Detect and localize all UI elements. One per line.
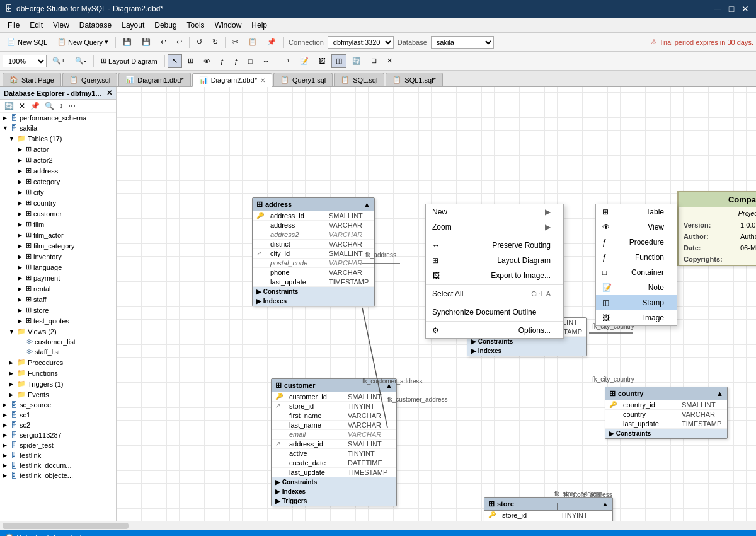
sidebar-item-sakila[interactable]: ▼ 🗄 sakila [0,123,116,133]
table-row[interactable]: 🔑 address_id SMALLINT [253,211,374,221]
sidebar-item-sc1[interactable]: ▶ 🗄 sc1 [0,410,116,420]
menu-item-sync-outline[interactable]: Synchronize Document Outline [426,305,563,320]
menu-window[interactable]: Window [210,20,247,31]
menu-tools[interactable]: Tools [182,20,210,31]
sidebar-pin-btn[interactable]: 📌 [28,101,42,111]
table-address[interactable]: ⊞ address ▲ 🔑 address_id SMALLINT addres… [252,197,375,306]
zoom-in-btn[interactable]: 🔍+ [48,54,69,68]
table-row[interactable]: ↗ city_id SMALLINT [253,249,374,259]
table-indexes-section[interactable]: ▶ Indexes [467,346,586,356]
tab-diagram1[interactable]: 📊 Diagram1.dbd* [118,73,190,86]
sidebar-sort-btn[interactable]: ↕ [57,101,65,111]
sidebar-item-sc-source[interactable]: ▶ 🗄 sc_source [0,400,116,410]
sidebar-item-testlink-docum[interactable]: ▶ 🗄 testlink_docum... [0,460,116,470]
grid-btn[interactable]: ⊟ [367,54,381,68]
tab-sql[interactable]: 📋 SQL.sql [334,73,384,86]
error-list-tab[interactable]: ⚠ Error List [45,533,82,537]
sidebar-item-store[interactable]: ▶ ⊞ store [0,305,116,315]
zoom-select[interactable]: 100% 75% 50% 150% [3,55,47,67]
table-row[interactable]: last_update TIMESTAMP [253,277,374,287]
sidebar-item-testlink[interactable]: ▶ 🗄 testlink [0,450,116,460]
diagram-canvas[interactable]: fk_address fk_city_country fk_customer_a… [117,87,756,521]
sidebar-item-sergio[interactable]: ▶ 🗄 sergio113287 [0,430,116,440]
sidebar-item-triggers[interactable]: ▶ 📁 Triggers (1) [0,378,116,389]
table-tool-btn[interactable]: ⊞ [183,54,198,68]
close-btn[interactable]: ✕ [740,3,751,15]
menu-item-preserve-routing[interactable]: ↔ Preserve Routing [426,238,563,253]
sidebar-item-procedures[interactable]: ▶ 📁 Procedures [0,357,116,368]
container-tool-btn[interactable]: □ [244,54,257,68]
menu-item-new[interactable]: New ▶ [426,204,563,219]
menu-file[interactable]: File [3,20,25,31]
sidebar-item-performance-schema[interactable]: ▶ 🗄 performance_schema [0,113,116,123]
table-row[interactable]: email VARCHAR [272,430,396,440]
image-tool-btn[interactable]: 🖼 [314,54,330,68]
sidebar-item-testlink-object[interactable]: ▶ 🗄 testlink_objecte... [0,470,116,481]
table-expand-icon[interactable]: ▲ [386,382,392,389]
table-row[interactable]: country VARCHAR [605,410,727,419]
table-row[interactable]: 🔑 store_id TINYINT [484,511,612,520]
minimize-btn[interactable]: ─ [712,3,723,15]
sidebar-item-address[interactable]: ▶ ⊞ address [0,165,116,176]
sidebar-item-test-quotes[interactable]: ▶ ⊞ test_quotes [0,315,116,326]
table-row[interactable]: last_update TIMESTAMP [605,419,727,429]
table-row[interactable]: postal_code VARCHAR [253,259,374,268]
menu-item-zoom[interactable]: Zoom ▶ [426,219,563,235]
sidebar-item-category[interactable]: ▶ ⊞ category [0,176,116,187]
table-row[interactable]: last_update TIMESTAMP [272,468,396,477]
sidebar-close-btn[interactable]: ✕ [106,89,112,97]
table-row[interactable]: ↗ address_id SMALLINT [272,440,396,449]
menu-item-options[interactable]: ⚙ Options... [426,323,563,338]
table-row[interactable]: create_date DATETIME [272,458,396,468]
sidebar-item-customer-list[interactable]: 👁 customer_list [0,337,116,347]
table-row[interactable]: phone VARCHAR [253,268,374,277]
menu-layout[interactable]: Layout [117,20,149,31]
table-country[interactable]: ⊞ country ▲ 🔑 country_id SMALLINT countr… [605,387,728,439]
table-row[interactable]: 🔑 country_id SMALLINT [605,400,727,410]
sidebar-item-tables[interactable]: ▼ 📁 Tables (17) [0,133,116,144]
toolbar-btn-cut[interactable]: ✂ [228,35,243,49]
cursor-btn[interactable]: ↖ [168,54,182,68]
table-constraints-section[interactable]: ▶ Constraints [272,477,396,487]
table-indexes-section[interactable]: ▶ Indexes [272,487,396,496]
zoom-out-btn[interactable]: 🔍- [71,54,91,68]
connection-select[interactable]: dbfmylast:3320 [328,36,394,49]
table-expand-icon[interactable]: ▲ [716,390,723,397]
line-tool-btn[interactable]: ⟶ [275,54,294,68]
sidebar-more-btn[interactable]: ⋯ [66,101,77,111]
menu-debug[interactable]: Debug [149,20,181,31]
sidebar-item-actor2[interactable]: ▶ ⊞ actor2 [0,154,116,165]
tab-query1[interactable]: 📋 Query1.sql [273,73,333,86]
note-tool-btn[interactable]: 📝 [295,54,313,68]
horizontal-scrollbar[interactable] [0,521,756,530]
menu-item-layout-diagram[interactable]: ⊞ Layout Diagram [426,253,563,268]
sidebar-item-payment[interactable]: ▶ ⊞ payment [0,272,116,283]
table-row[interactable]: 🔑 customer_id SMALLINT [272,392,396,402]
scrollbar-thumb[interactable] [3,523,129,529]
submenu-item-procedure[interactable]: ƒ Procedure [596,235,677,250]
stamp-box[interactable]: Company Name Project Name Version: 1.0.0… [677,191,756,266]
tab-diagram2[interactable]: 📊 Diagram2.dbd* ✕ [192,73,272,87]
submenu-item-function[interactable]: ƒ Function [596,250,677,265]
table-row[interactable]: first_name VARCHAR [272,411,396,421]
refresh-btn[interactable]: 🔄 [348,54,365,68]
sidebar-item-film-category[interactable]: ▶ ⊞ film_category [0,240,116,251]
menu-item-select-all[interactable]: Select All Ctrl+A [426,286,563,301]
toolbar-btn-copy[interactable]: 📋 [244,35,261,49]
table-customer[interactable]: ⊞ customer ▲ 🔑 customer_id SMALLINT ↗ st… [271,378,397,506]
table-row[interactable]: active TINYINT [272,449,396,458]
menu-item-export-image[interactable]: 🖼 Export to Image... [426,268,563,283]
submenu-item-stamp[interactable]: ◫ Stamp [596,295,677,310]
table-triggers-section[interactable]: ▶ Triggers [272,496,396,506]
sidebar-item-city[interactable]: ▶ ⊞ city [0,187,116,197]
sidebar-refresh-btn[interactable]: 🔄 [3,101,16,111]
sidebar-item-spider-test[interactable]: ▶ 🗄 spider_test [0,440,116,450]
proc-tool-btn[interactable]: ƒ [216,54,229,68]
sidebar-item-film-actor[interactable]: ▶ ⊞ film_actor [0,230,116,240]
new-query-button[interactable]: 📋 New Query ▾ [53,35,113,49]
table-row[interactable]: address2 VARCHAR [253,230,374,240]
submenu-item-view[interactable]: 👁 View [596,219,677,235]
table-row[interactable]: address VARCHAR [253,221,374,230]
stamp-tool-btn[interactable]: ◫ [331,54,346,68]
layout-diagram-btn[interactable]: ⊞ Layout Diagram [96,54,162,68]
